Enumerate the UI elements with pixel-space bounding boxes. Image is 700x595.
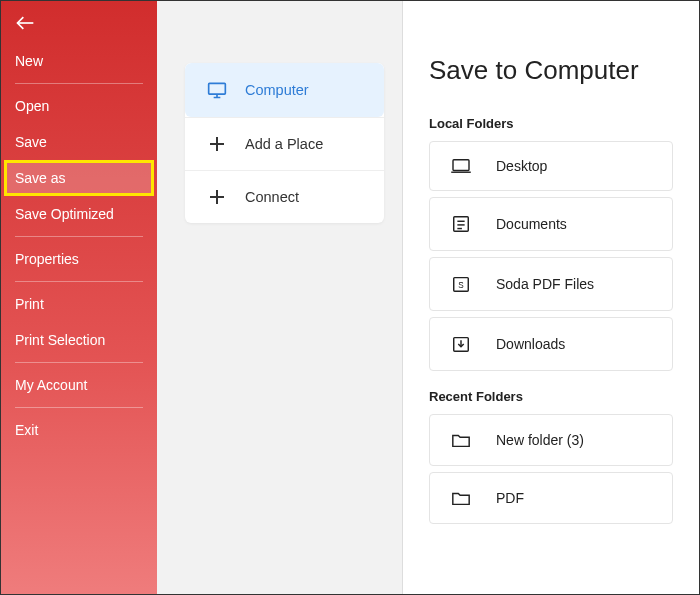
location-connect[interactable]: Connect (185, 170, 384, 223)
download-icon (450, 334, 472, 354)
folder-desktop[interactable]: Desktop (429, 141, 673, 191)
back-button[interactable] (1, 7, 157, 43)
folder-icon (450, 431, 472, 449)
folder-label: PDF (496, 490, 524, 506)
folder-recent-new[interactable]: New folder (3) (429, 414, 673, 466)
folder-recent-pdf[interactable]: PDF (429, 472, 673, 524)
content-panel: Save to Computer Local Folders Desktop D… (403, 1, 699, 594)
local-folders-label: Local Folders (429, 116, 673, 131)
sidebar-item-my-account[interactable]: My Account (1, 367, 157, 403)
folder-label: Soda PDF Files (496, 276, 594, 292)
divider (15, 83, 143, 84)
folder-label: Downloads (496, 336, 565, 352)
plus-icon (207, 189, 227, 205)
folder-label: Documents (496, 216, 567, 232)
divider (15, 407, 143, 408)
arrow-left-icon (15, 15, 35, 31)
sidebar-item-save[interactable]: Save (1, 124, 157, 160)
divider (15, 362, 143, 363)
sidebar-item-print-selection[interactable]: Print Selection (1, 322, 157, 358)
sidebar-item-save-as[interactable]: Save as (4, 160, 154, 196)
location-computer[interactable]: Computer (185, 63, 384, 117)
sidebar-item-properties[interactable]: Properties (1, 241, 157, 277)
location-list: Computer Add a Place Connect (185, 63, 384, 223)
monitor-icon (207, 81, 227, 99)
sidebar-item-open[interactable]: Open (1, 88, 157, 124)
location-label: Connect (245, 189, 299, 205)
sidebar: New Open Save Save as Save Optimized Pro… (1, 1, 157, 594)
recent-folders-label: Recent Folders (429, 389, 673, 404)
local-folder-list: Desktop Documents S Soda PDF Files Downl… (429, 141, 673, 371)
app-window: New Open Save Save as Save Optimized Pro… (0, 0, 700, 595)
divider (15, 281, 143, 282)
folder-downloads[interactable]: Downloads (429, 317, 673, 371)
location-add-place[interactable]: Add a Place (185, 117, 384, 170)
svg-rect-1 (453, 160, 469, 171)
soda-folder-icon: S (450, 274, 472, 294)
documents-icon (450, 214, 472, 234)
folder-label: Desktop (496, 158, 547, 174)
page-title: Save to Computer (429, 55, 673, 86)
location-label: Computer (245, 82, 309, 98)
recent-folder-list: New folder (3) PDF (429, 414, 673, 524)
divider (15, 236, 143, 237)
folder-soda-pdf[interactable]: S Soda PDF Files (429, 257, 673, 311)
folder-label: New folder (3) (496, 432, 584, 448)
svg-rect-0 (209, 83, 226, 94)
sidebar-item-save-optimized[interactable]: Save Optimized (1, 196, 157, 232)
svg-text:S: S (458, 281, 464, 290)
sidebar-item-print[interactable]: Print (1, 286, 157, 322)
sidebar-item-new[interactable]: New (1, 43, 157, 79)
location-column: Computer Add a Place Connect (157, 1, 403, 594)
folder-icon (450, 489, 472, 507)
laptop-icon (450, 158, 472, 174)
location-label: Add a Place (245, 136, 323, 152)
folder-documents[interactable]: Documents (429, 197, 673, 251)
sidebar-item-exit[interactable]: Exit (1, 412, 157, 448)
plus-icon (207, 136, 227, 152)
